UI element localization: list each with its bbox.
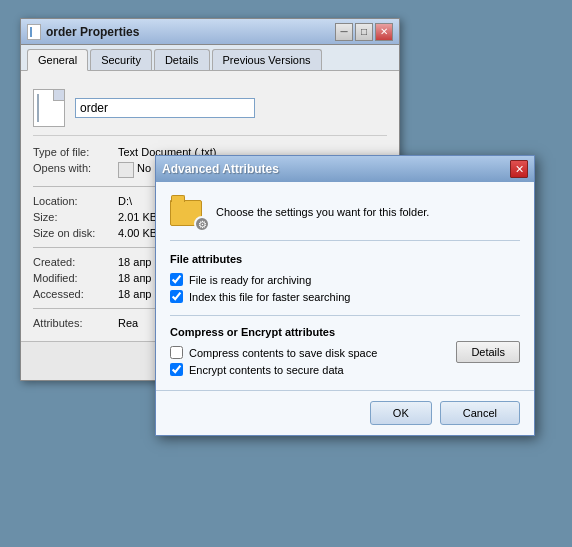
adv-dialog-title: Advanced Attributes [162, 162, 279, 176]
index-checkbox-row: Index this file for faster searching [170, 288, 520, 305]
created-label: Created: [33, 256, 118, 268]
file-attributes-title: File attributes [170, 253, 520, 265]
window-icon [27, 24, 41, 40]
titlebar-buttons: ─ □ ✕ [335, 23, 393, 41]
tabs-bar: General Security Details Previous Versio… [21, 45, 399, 71]
bg-window-title: order Properties [46, 25, 139, 39]
archive-checkbox-row: File is ready for archiving [170, 271, 520, 288]
details-button[interactable]: Details [456, 341, 520, 363]
size-on-disk-value: 4.00 KB [118, 227, 157, 239]
accessed-value: 18 апр [118, 288, 151, 300]
encrypt-checkbox-row: Encrypt contents to secure data [170, 361, 456, 378]
advanced-attributes-dialog: Advanced Attributes ✕ ⚙ Choose the setti… [155, 155, 535, 436]
encrypt-label: Encrypt contents to secure data [189, 364, 344, 376]
location-label: Location: [33, 195, 118, 207]
tab-details[interactable]: Details [154, 49, 210, 70]
adv-close-button[interactable]: ✕ [510, 160, 528, 178]
tab-previous-versions[interactable]: Previous Versions [212, 49, 322, 70]
modified-label: Modified: [33, 272, 118, 284]
opens-with-icon [118, 162, 134, 178]
tab-general[interactable]: General [27, 49, 88, 71]
archive-checkbox[interactable] [170, 273, 183, 286]
archive-label: File is ready for archiving [189, 274, 311, 286]
location-value: D:\ [118, 195, 132, 207]
compress-encrypt-checkboxes: Compress or Encrypt attributes Compress … [170, 326, 456, 378]
tab-security[interactable]: Security [90, 49, 152, 70]
compress-checkbox[interactable] [170, 346, 183, 359]
adv-ok-button[interactable]: OK [370, 401, 432, 425]
file-icon [33, 89, 65, 127]
adv-footer: OK Cancel [156, 390, 534, 435]
size-on-disk-label: Size on disk: [33, 227, 118, 239]
adv-cancel-button[interactable]: Cancel [440, 401, 520, 425]
modified-value: 18 апр [118, 272, 151, 284]
attributes-value: Rea [118, 317, 138, 329]
gear-icon: ⚙ [194, 216, 210, 232]
index-checkbox[interactable] [170, 290, 183, 303]
compress-checkbox-row: Compress contents to save disk space [170, 344, 456, 361]
file-attributes-section: File attributes File is ready for archiv… [170, 253, 520, 305]
maximize-button[interactable]: □ [355, 23, 373, 41]
file-header [33, 81, 387, 136]
adv-folder-icon-container: ⚙ [170, 194, 206, 230]
size-label: Size: [33, 211, 118, 223]
close-button[interactable]: ✕ [375, 23, 393, 41]
type-label: Type of file: [33, 146, 118, 158]
file-name-input[interactable] [75, 98, 255, 118]
compress-encrypt-section: Compress or Encrypt attributes Compress … [170, 326, 520, 378]
adv-content: ⚙ Choose the settings you want for this … [156, 182, 534, 390]
adv-titlebar: Advanced Attributes ✕ [156, 156, 534, 182]
adv-description: Choose the settings you want for this fo… [216, 206, 429, 218]
minimize-button[interactable]: ─ [335, 23, 353, 41]
created-value: 18 апр [118, 256, 151, 268]
accessed-label: Accessed: [33, 288, 118, 300]
compress-encrypt-title: Compress or Encrypt attributes [170, 326, 456, 338]
opens-with-value: No [137, 162, 151, 178]
adv-header: ⚙ Choose the settings you want for this … [170, 194, 520, 241]
opens-with-label: Opens with: [33, 162, 118, 178]
compress-label: Compress contents to save disk space [189, 347, 377, 359]
encrypt-checkbox[interactable] [170, 363, 183, 376]
attributes-label: Attributes: [33, 317, 118, 329]
index-label: Index this file for faster searching [189, 291, 350, 303]
size-value: 2.01 KB [118, 211, 157, 223]
bg-titlebar: order Properties ─ □ ✕ [21, 19, 399, 45]
